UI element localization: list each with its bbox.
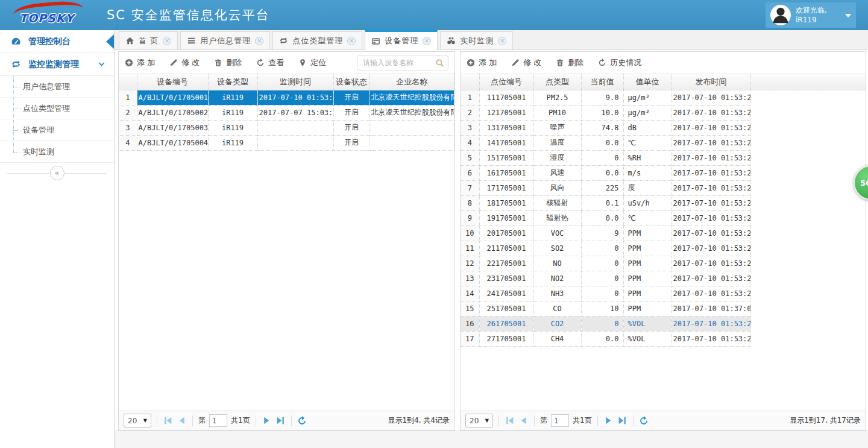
table-row[interactable]: 3131705001噪声74.8dB2017-07-10 01:53:22	[461, 120, 750, 135]
edit-button[interactable]: 修 改	[511, 57, 541, 68]
add-button[interactable]: 添 加	[467, 57, 497, 68]
sidebar-item-user-info[interactable]: 用户信息管理	[0, 76, 114, 98]
column-header[interactable]: 点类型	[533, 74, 581, 90]
close-icon[interactable]: ×	[163, 37, 171, 45]
table-row[interactable]: 5151705001湿度0%RH2017-07-10 01:53:22	[461, 150, 750, 165]
column-header[interactable]: 发布时间	[671, 74, 750, 90]
close-icon[interactable]: ×	[498, 37, 506, 45]
table-row[interactable]: 1111705001PM2.59.0μg/m³2017-07-10 01:53:…	[461, 90, 750, 105]
row-number: 15	[461, 301, 479, 316]
next-page-button[interactable]	[603, 415, 614, 426]
column-header[interactable]: 监测时间	[257, 74, 333, 90]
table-row[interactable]: 2A/BJLT/0/1705002iR1192017-07-07 15:03:0…	[119, 105, 454, 120]
last-page-button[interactable]	[275, 415, 286, 426]
cell: 度	[623, 180, 671, 195]
history-button[interactable]: 历史情况	[598, 57, 641, 68]
table-row[interactable]: 1A/BJLT/0/1705001iR1192017-07-10 01:53:2…	[119, 90, 454, 105]
plus-circle-icon	[467, 58, 475, 67]
delete-button[interactable]: 删除	[556, 57, 583, 68]
column-header[interactable]: 点位编号	[479, 74, 533, 90]
edit-button[interactable]: 修 改	[169, 57, 200, 68]
table-row[interactable]: 12221705001NO0PPM2017-07-10 01:53:21	[461, 256, 750, 271]
page-number-input[interactable]	[209, 414, 227, 427]
column-header[interactable]: 企业名称	[370, 74, 454, 90]
badge-value: 56	[855, 178, 868, 188]
cell: 151705001	[479, 150, 533, 165]
user-menu[interactable]: 欢迎光临, iR119	[766, 2, 856, 28]
tab-devices[interactable]: 设备管理×	[365, 30, 438, 50]
refresh-button[interactable]	[639, 416, 649, 426]
sidebar: 管理控制台 监控监测管理 用户信息管理 点位类型管理 设备管理 实时监测 «	[0, 30, 115, 448]
cell: 核辐射	[533, 195, 581, 210]
sidebar-footer-area	[0, 183, 114, 448]
last-page-button[interactable]	[617, 415, 627, 426]
cell: 121705001	[479, 105, 533, 120]
prev-page-button[interactable]	[177, 415, 187, 426]
tab-home[interactable]: 首 页×	[119, 31, 178, 49]
tab-point-types[interactable]: 点位类型管理×	[272, 31, 362, 49]
view-button[interactable]: 查看	[256, 57, 284, 68]
monitor-pagination: 20 ▼ 第 共1页 显示1到17, 共17记录	[461, 411, 866, 430]
first-page-button[interactable]	[163, 415, 173, 426]
column-header[interactable]: 当前值	[581, 74, 623, 90]
sidebar-item-realtime[interactable]: 实时监测	[0, 141, 114, 163]
table-row[interactable]: 9191705001辐射热0.0℃2017-07-10 01:53:21	[461, 210, 750, 226]
table-row[interactable]: 10201705001VOC9PPM2017-07-10 01:53:22	[461, 226, 750, 241]
prev-page-button[interactable]	[518, 415, 529, 426]
table-row[interactable]: 4141705001温度0.0℃2017-07-10 01:53:22	[461, 135, 750, 150]
column-header[interactable]: 值单位	[623, 74, 671, 90]
cell: 2017-07-07 15:03:05	[257, 105, 333, 120]
close-icon[interactable]: ×	[347, 37, 356, 45]
close-icon[interactable]: ×	[423, 37, 431, 45]
page-size-select[interactable]: 20 ▼	[124, 414, 151, 427]
cell: 181705001	[479, 195, 533, 210]
trash-icon	[556, 58, 564, 67]
table-row[interactable]: 4A/BJLT/0/1705004iR119开启	[119, 135, 454, 150]
cell: 风速	[533, 165, 581, 180]
next-page-button[interactable]	[262, 415, 272, 426]
tab-realtime[interactable]: 实时监测×	[440, 31, 513, 49]
table-row[interactable]: 16261705001CO20%VOL2017-07-10 01:53:22	[461, 316, 750, 331]
table-row[interactable]: 13231705001NO20PPM2017-07-10 01:53:22	[461, 271, 750, 286]
table-row[interactable]: 6161705001风速0.0m/s2017-07-10 01:53:21	[461, 165, 750, 180]
refresh-button[interactable]	[297, 416, 307, 426]
table-row[interactable]: 15251705001CO10PPM2017-07-10 01:37:01	[461, 301, 750, 316]
sidebar-item-devices[interactable]: 设备管理	[0, 119, 114, 141]
page-number-input[interactable]	[551, 414, 569, 427]
username-text: iR119	[796, 15, 827, 25]
sidebar-item-console[interactable]: 管理控制台	[0, 30, 114, 53]
cell: 北京凌天世纪控股股份有限公司	[370, 90, 454, 105]
table-row[interactable]: 2121705001PM1010.0μg/m³2017-07-10 01:53:…	[461, 105, 750, 120]
table-row[interactable]: 8181705001核辐射0.1uSv/h2017-07-10 01:53:21	[461, 195, 750, 210]
table-row[interactable]: 17271705001CH40.0%VOL2017-07-10 01:53:21	[461, 331, 750, 346]
cell: PM2.5	[533, 90, 581, 105]
delete-button[interactable]: 删除	[214, 57, 242, 68]
close-icon[interactable]: ×	[255, 37, 263, 45]
table-row[interactable]: 7171705001风向225度2017-07-10 01:53:21	[461, 180, 750, 195]
table-row[interactable]: 11211705001SO20PPM2017-07-10 01:53:22	[461, 241, 750, 256]
locate-button[interactable]: 定位	[298, 57, 326, 68]
row-number: 8	[461, 195, 479, 210]
sidebar-item-point-types[interactable]: 点位类型管理	[0, 98, 114, 119]
delete-label: 删除	[568, 57, 583, 68]
column-header[interactable]: 设备状态	[333, 74, 370, 90]
column-header[interactable]: 设备编号	[137, 74, 208, 90]
cell: 湿度	[533, 150, 581, 165]
divider	[534, 415, 535, 426]
bottom-strip	[115, 431, 868, 448]
add-button[interactable]: 添 加	[125, 57, 155, 68]
collapse-sidebar-button[interactable]: «	[50, 166, 64, 180]
table-row[interactable]: 14241705001NH30PPM2017-07-10 01:53:21	[461, 286, 750, 301]
search-icon[interactable]	[435, 58, 444, 68]
sidebar-item-monitoring[interactable]: 监控监测管理	[0, 53, 114, 76]
table-row[interactable]: 3A/BJLT/0/1705003iR119开启	[119, 120, 454, 135]
cell: CO2	[533, 316, 581, 331]
column-header[interactable]: 设备类型	[208, 74, 257, 90]
cell: 2017-07-10 01:53:22	[671, 271, 750, 286]
tab-user-info[interactable]: 用户信息管理×	[180, 31, 270, 49]
cell: 171705001	[479, 180, 533, 195]
cell: 风向	[533, 180, 581, 195]
first-page-button[interactable]	[505, 415, 515, 426]
page-size-select[interactable]: 20 ▼	[465, 414, 493, 427]
row-number: 10	[461, 226, 479, 241]
